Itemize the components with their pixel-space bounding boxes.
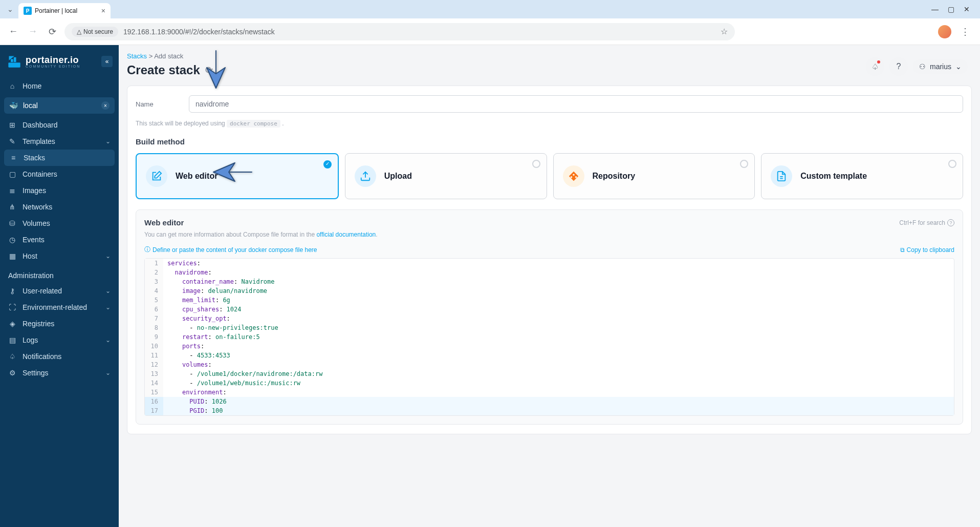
sidebar-item-events[interactable]: ◷Events	[0, 231, 119, 248]
line-number: 12	[145, 360, 163, 369]
sidebar-item-templates[interactable]: ✎Templates⌄	[0, 133, 119, 150]
breadcrumb: Stacks > Add stack	[127, 45, 972, 63]
tile-custom-template[interactable]: Custom template	[761, 153, 963, 199]
notifications-button[interactable]: ♤	[866, 57, 884, 76]
sidebar-item-settings[interactable]: ⚙Settings⌄	[0, 365, 119, 381]
chevron-down-icon: ⌄	[105, 369, 111, 376]
sidebar-item-host[interactable]: ▦Host⌄	[0, 248, 119, 264]
help-icon[interactable]: ?	[947, 219, 954, 226]
name-label: Name	[136, 100, 189, 108]
browser-menu-icon[interactable]: ⋮	[956, 26, 974, 37]
tile-repository[interactable]: Repository	[553, 153, 755, 199]
nav-icon: ◷	[8, 236, 16, 244]
sidebar-item-registries[interactable]: ◈Registries	[0, 315, 119, 332]
sidebar-item-label: Images	[23, 186, 46, 195]
sidebar-collapse-button[interactable]: «	[101, 56, 113, 67]
code-line: 6 cpu_shares: 1024	[145, 305, 954, 314]
reload-button[interactable]: ⟳	[45, 26, 59, 37]
line-text: image: deluan/navidrome	[163, 286, 954, 296]
minimize-icon[interactable]: —	[931, 5, 939, 13]
tile-upload[interactable]: Upload	[345, 153, 547, 199]
line-text: cpu_shares: 1024	[163, 305, 954, 314]
sidebar-item-environment-related[interactable]: ⛶Environment-related⌄	[0, 299, 119, 315]
profile-avatar[interactable]	[938, 25, 951, 38]
env-close-icon[interactable]: ×	[101, 101, 110, 110]
nav-icon: ◈	[8, 320, 16, 328]
sidebar-item-label: Settings	[23, 369, 49, 377]
chevron-down-icon: ⌄	[105, 252, 111, 260]
url-text: 192.168.1.18:9000/#!/2/docker/stacks/new…	[123, 28, 275, 36]
help-icon: ?	[897, 62, 901, 71]
line-text: mem_limit: 6g	[163, 296, 954, 305]
close-icon[interactable]: ×	[101, 7, 105, 15]
line-number: 8	[145, 323, 163, 332]
build-method-tiles: Web editor Upload Reposi	[136, 153, 963, 199]
line-text: volumes:	[163, 360, 954, 369]
portainer-logo-icon	[7, 54, 21, 69]
sidebar-env-item[interactable]: 🐳 local ×	[4, 97, 115, 114]
sidebar-item-images[interactable]: ≣Images	[0, 182, 119, 199]
main-content: ♤ ? ⚇ marius ⌄ Stacks > Add stack Create…	[119, 45, 980, 527]
nav-icon: ⊞	[8, 121, 16, 129]
logo[interactable]: portainer.io COMMUNITY EDITION	[7, 54, 80, 69]
nav-icon: ▦	[8, 252, 16, 260]
nav-icon: ⛁	[8, 219, 16, 227]
nav-icon: ≣	[8, 186, 16, 195]
sidebar-item-user-related[interactable]: ⚷User-related⌄	[0, 283, 119, 299]
sidebar-item-dashboard[interactable]: ⊞Dashboard	[0, 117, 119, 133]
refresh-icon[interactable]: ⟳	[205, 65, 213, 76]
line-text: services:	[163, 259, 954, 268]
breadcrumb-stacks[interactable]: Stacks	[127, 52, 147, 60]
sidebar-item-logs[interactable]: ▤Logs⌄	[0, 332, 119, 348]
close-window-icon[interactable]: ✕	[964, 5, 970, 13]
chevron-down-icon: ⌄	[105, 336, 111, 344]
browser-tab[interactable]: P Portainer | local ×	[18, 3, 111, 18]
user-menu[interactable]: ⚇ marius ⌄	[913, 59, 968, 74]
svg-rect-0	[8, 62, 20, 67]
sidebar-item-label: Networks	[23, 203, 52, 211]
code-line: 9 restart: on-failure:5	[145, 332, 954, 342]
sidebar-item-label: Logs	[23, 336, 38, 344]
copy-button[interactable]: ⧉ Copy to clipboard	[900, 246, 954, 254]
address-bar-row: ← → ⟳ △ Not secure 192.168.1.18:9000/#!/…	[0, 18, 980, 45]
back-button[interactable]: ←	[6, 26, 20, 37]
page-header: Create stack ⟳	[127, 63, 972, 86]
breadcrumb-add: Add stack	[154, 52, 183, 60]
sidebar-item-containers[interactable]: ▢Containers	[0, 166, 119, 182]
nav-icon: ✎	[8, 137, 16, 145]
whale-icon: 🐳	[9, 101, 18, 110]
editor-toolbar: ⓘ Define or paste the content of your do…	[144, 245, 954, 254]
maximize-icon[interactable]: ▢	[948, 5, 954, 13]
sidebar-item-stacks[interactable]: ≡Stacks	[4, 150, 115, 166]
sidebar-item-label: Host	[23, 252, 37, 260]
tile-label: Upload	[384, 172, 412, 181]
stack-name-input[interactable]	[189, 95, 963, 113]
home-icon: ⌂	[8, 82, 16, 90]
sidebar-item-home[interactable]: ⌂ Home	[0, 78, 119, 94]
compose-editor[interactable]: 1services:2 navidrome:3 container_name: …	[144, 258, 954, 416]
line-text: ports:	[163, 342, 954, 351]
code-line: 5 mem_limit: 6g	[145, 296, 954, 305]
breadcrumb-sep: >	[149, 52, 153, 60]
security-chip[interactable]: △ Not secure	[72, 27, 118, 37]
svg-rect-2	[14, 57, 16, 62]
nav-icon: ⚷	[8, 287, 16, 295]
sidebar: portainer.io COMMUNITY EDITION « ⌂ Home …	[0, 45, 119, 527]
tile-web-editor[interactable]: Web editor	[136, 153, 339, 199]
user-name: marius	[930, 62, 951, 71]
url-bar[interactable]: △ Not secure 192.168.1.18:9000/#!/2/dock…	[64, 23, 735, 40]
nav-icon: ▢	[8, 170, 16, 178]
security-label: Not secure	[83, 28, 113, 35]
tab-list-arrow-icon[interactable]: ⌄	[4, 5, 16, 13]
code-line: 8 - no-new-privileges:true	[145, 323, 954, 332]
docs-link[interactable]: official documentation	[316, 231, 376, 238]
tab-title: Portainer | local	[35, 7, 77, 14]
help-button[interactable]: ?	[889, 57, 908, 76]
nav-icon: ⚙	[8, 369, 16, 377]
bookmark-star-icon[interactable]: ☆	[721, 27, 728, 36]
editor-placeholder-hint: ⓘ Define or paste the content of your do…	[144, 245, 317, 254]
sidebar-item-networks[interactable]: ⋔Networks	[0, 199, 119, 215]
sidebar-item-notifications[interactable]: ♤Notifications	[0, 348, 119, 365]
page-title: Create stack	[127, 63, 200, 77]
sidebar-item-volumes[interactable]: ⛁Volumes	[0, 215, 119, 231]
